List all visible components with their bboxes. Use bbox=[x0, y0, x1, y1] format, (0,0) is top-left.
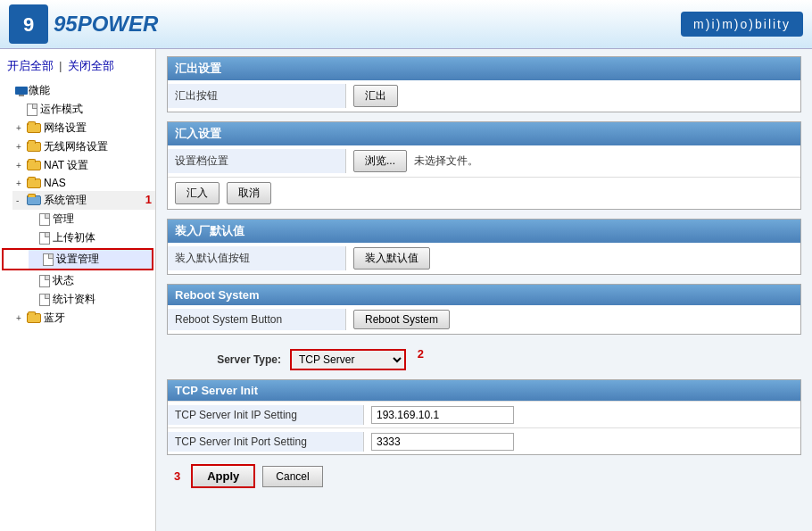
page-icon bbox=[43, 253, 54, 266]
expand-icon: + bbox=[16, 123, 27, 133]
tcp-section: TCP Server Init TCP Server Init IP Setti… bbox=[167, 379, 801, 455]
computer-icon bbox=[14, 86, 29, 96]
page-icon bbox=[27, 104, 37, 116]
page-icon bbox=[39, 275, 50, 287]
server-type-select[interactable]: TCP Server UDP Server bbox=[290, 349, 406, 370]
tcp-port-row: TCP Server Init Port Setting bbox=[168, 427, 800, 454]
svg-rect-2 bbox=[15, 87, 28, 95]
sidebar-label-mgmt: 管理 bbox=[53, 212, 74, 227]
factory-row-label: 装入默认值按钮 bbox=[168, 246, 346, 270]
import-section: 汇入设置 设置档位置 浏览... 未选择文件。 汇入 取消 bbox=[167, 121, 801, 210]
sidebar-item-config-mgmt[interactable]: 设置管理 bbox=[29, 250, 152, 269]
sidebar-label-weike: 微能 bbox=[29, 83, 50, 98]
factory-row: 装入默认值按钮 装入默认值 bbox=[168, 243, 800, 274]
file-placeholder: 未选择文件。 bbox=[414, 153, 478, 169]
sidebar-item-nat-settings[interactable]: + NAT 设置 bbox=[12, 156, 155, 175]
header: 9 95POWER m)i)m)o)bility bbox=[0, 0, 812, 49]
sidebar-item-operation-mode[interactable]: 运作模式 bbox=[12, 100, 155, 119]
expand-icon: + bbox=[16, 161, 27, 170]
action-row: 3 Apply Cancel bbox=[167, 459, 801, 494]
export-row: 汇出按钮 汇出 bbox=[168, 80, 800, 112]
sidebar-label-status: 状态 bbox=[53, 273, 74, 288]
server-type-row: Server Type: TCP Server UDP Server 2 bbox=[167, 344, 801, 376]
page-icon bbox=[39, 232, 50, 245]
logo-area: 9 95POWER bbox=[9, 4, 158, 44]
expand-icon: + bbox=[16, 313, 27, 323]
page-icon bbox=[39, 294, 50, 306]
import-cancel-button[interactable]: 取消 bbox=[227, 182, 271, 204]
folder-icon bbox=[27, 123, 41, 133]
reboot-row: Reboot System Button Reboot System bbox=[168, 305, 800, 334]
export-body: 汇出按钮 汇出 bbox=[168, 80, 800, 112]
sidebar-label-system-mgmt: 系统管理 bbox=[44, 193, 87, 208]
sidebar-label-bluetooth: 蓝牙 bbox=[44, 311, 65, 326]
factory-default-button[interactable]: 装入默认值 bbox=[353, 247, 430, 270]
import-actions: 汇入 取消 bbox=[168, 177, 800, 209]
browse-button[interactable]: 浏览... bbox=[353, 150, 407, 172]
sidebar-item-nas[interactable]: + NAS bbox=[12, 175, 155, 191]
sidebar-item-wireless-settings[interactable]: + 无线网络设置 bbox=[12, 137, 155, 156]
open-all-link[interactable]: 开启全部 bbox=[7, 59, 54, 72]
reboot-body: Reboot System Button Reboot System bbox=[168, 305, 800, 334]
import-button[interactable]: 汇入 bbox=[175, 182, 220, 204]
sidebar-item-bluetooth[interactable]: + 蓝牙 bbox=[12, 309, 155, 328]
reboot-button[interactable]: Reboot System bbox=[353, 310, 450, 329]
sidebar-item-config-mgmt-wrapper: 设置管理 bbox=[2, 248, 153, 270]
logo-icon: 9 bbox=[9, 4, 48, 44]
sidebar-label-operation-mode: 运作模式 bbox=[40, 102, 83, 117]
server-type-select-wrapper: TCP Server UDP Server 2 bbox=[290, 349, 406, 370]
server-type-label: Server Type: bbox=[174, 353, 281, 366]
main-layout: 开启全部 | 关闭全部 微能 运作模式 + 网络设置 + 无线网络设置 + bbox=[0, 49, 812, 531]
brand-badge: m)i)m)o)bility bbox=[681, 12, 803, 37]
import-path-row: 设置档位置 浏览... 未选择文件。 bbox=[168, 145, 800, 177]
tcp-port-input[interactable] bbox=[371, 433, 514, 451]
sidebar-item-system-mgmt[interactable]: - 系统管理 bbox=[12, 191, 155, 210]
import-path-label: 设置档位置 bbox=[168, 149, 346, 173]
factory-row-value: 装入默认值 bbox=[346, 243, 800, 274]
apply-button[interactable]: Apply bbox=[191, 464, 255, 488]
folder-icon bbox=[27, 161, 41, 170]
sidebar-top-links: 开启全部 | 关闭全部 bbox=[0, 54, 155, 81]
factory-section: 装入厂默认值 装入默认值按钮 装入默认值 bbox=[167, 219, 801, 275]
sidebar-item-status[interactable]: 状态 bbox=[25, 271, 155, 290]
folder-icon bbox=[27, 313, 41, 323]
sidebar-label-wireless-settings: 无线网络设置 bbox=[44, 139, 108, 154]
sidebar-label-network-settings: 网络设置 bbox=[44, 120, 87, 136]
export-header: 汇出设置 bbox=[168, 57, 800, 80]
factory-body: 装入默认值按钮 装入默认值 bbox=[168, 243, 800, 274]
factory-header: 装入厂默认值 bbox=[168, 220, 800, 243]
folder-icon bbox=[27, 142, 41, 152]
cancel-button[interactable]: Cancel bbox=[262, 466, 322, 487]
import-header: 汇入设置 bbox=[168, 122, 800, 145]
export-button[interactable]: 汇出 bbox=[353, 85, 398, 107]
tcp-ip-label: TCP Server Init IP Setting bbox=[168, 405, 364, 425]
tcp-ip-value bbox=[364, 402, 800, 427]
tcp-ip-input[interactable] bbox=[371, 406, 514, 424]
annotation-2: 2 bbox=[418, 347, 424, 361]
sidebar-label-nat-settings: NAT 设置 bbox=[44, 158, 88, 173]
export-row-label: 汇出按钮 bbox=[168, 84, 346, 108]
reboot-section: Reboot System Reboot System Button Reboo… bbox=[167, 284, 801, 335]
sidebar-item-weike[interactable]: 微能 bbox=[0, 81, 155, 100]
tcp-ip-row: TCP Server Init IP Setting bbox=[168, 401, 800, 427]
folder-icon bbox=[27, 178, 41, 188]
reboot-header: Reboot System bbox=[168, 285, 800, 305]
annotation-3: 3 bbox=[174, 469, 180, 483]
sidebar-label-config-mgmt: 设置管理 bbox=[56, 252, 99, 267]
sidebar-item-stats[interactable]: 统计资料 bbox=[25, 290, 155, 309]
close-all-link[interactable]: 关闭全部 bbox=[68, 59, 114, 72]
sidebar-item-network-settings[interactable]: + 网络设置 bbox=[12, 119, 155, 137]
export-row-value: 汇出 bbox=[346, 80, 800, 112]
tcp-port-value bbox=[364, 429, 800, 454]
reboot-row-value: Reboot System bbox=[346, 305, 800, 334]
folder-icon bbox=[27, 195, 41, 205]
sidebar-item-mgmt[interactable]: 管理 bbox=[25, 210, 155, 228]
tcp-port-label: TCP Server Init Port Setting bbox=[168, 432, 364, 452]
svg-text:9: 9 bbox=[23, 13, 34, 36]
sidebar-item-upload[interactable]: 上传初体 bbox=[25, 228, 155, 247]
content-area: 汇出设置 汇出按钮 汇出 汇入设置 设置档位置 浏览... 未选择文件。 bbox=[156, 49, 812, 531]
sidebar-label-stats: 统计资料 bbox=[53, 292, 95, 307]
export-section: 汇出设置 汇出按钮 汇出 bbox=[167, 56, 801, 112]
sidebar-label-upload: 上传初体 bbox=[53, 230, 95, 245]
reboot-row-label: Reboot System Button bbox=[168, 309, 346, 330]
